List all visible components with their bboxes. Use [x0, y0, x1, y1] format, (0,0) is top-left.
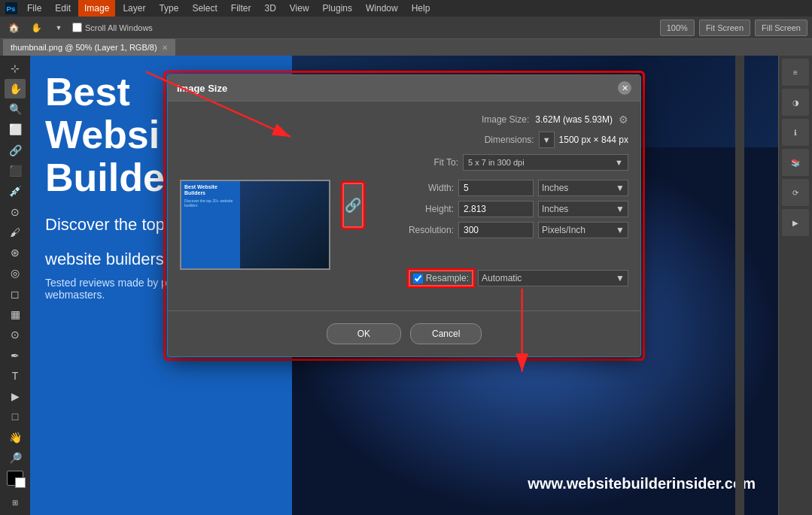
preview-blue-panel: Best Website Builders Discover the top 2…	[181, 181, 240, 268]
menu-3d[interactable]: 3D	[258, 0, 281, 17]
fields-panel: Width: Inches ▼	[370, 180, 628, 243]
zoom-tool[interactable]: 🔍	[5, 100, 26, 119]
height-input[interactable]	[458, 201, 534, 217]
chain-icon: 🔗	[345, 197, 361, 214]
dimensions-dropdown[interactable]: ▼	[539, 132, 555, 148]
properties-btn[interactable]: ℹ	[782, 119, 809, 146]
fit-to-value: 5 x 7 in 300 dpi	[468, 158, 525, 167]
image-size-row: Image Size: 3.62M (was 5.93M) ⚙	[180, 114, 628, 126]
preview-right-panel	[240, 181, 329, 268]
menu-help[interactable]: Help	[406, 0, 436, 17]
resample-checkbox[interactable]	[413, 274, 423, 283]
hand-tool[interactable]: ✋	[27, 19, 45, 37]
scroll-all-label: Scroll All Windows	[85, 23, 153, 32]
fit-to-select[interactable]: 5 x 7 in 300 dpi ▼	[463, 154, 628, 171]
fit-to-label: Fit To:	[383, 157, 458, 168]
expand-tool[interactable]: ⊞	[5, 493, 26, 512]
tool-dropdown[interactable]: ▼	[50, 19, 68, 37]
tab-label: thumbnail.png @ 50% (Layer 1, RGB/8)	[11, 43, 157, 52]
link-proportions-icon[interactable]: 🔗	[342, 183, 363, 228]
dimensions-label: Dimensions:	[459, 135, 534, 145]
dialog-overlay: Image Size ✕ Image Size: 3.62M (was 5.93…	[30, 56, 778, 515]
hand-tool2[interactable]: 👋	[5, 428, 26, 447]
home-icon[interactable]: 🏠	[5, 19, 23, 37]
brush-tool[interactable]: 🖌	[5, 223, 26, 241]
resample-arrow: ▼	[616, 273, 625, 283]
menu-filter[interactable]: Filter	[225, 0, 257, 17]
preview-image: Best Website Builders Discover the top 2…	[180, 180, 330, 270]
crop-tool[interactable]: ⬛	[5, 161, 26, 180]
width-unit-arrow: ▼	[616, 183, 625, 193]
width-input[interactable]	[458, 180, 534, 196]
menu-type[interactable]: Type	[153, 0, 184, 17]
ps-logo: Ps	[3, 0, 20, 17]
menu-file[interactable]: File	[21, 0, 47, 17]
foreground-color[interactable]	[7, 471, 23, 486]
resolution-row: Resolution: Pixels/Inch ▼	[370, 222, 628, 238]
right-panel: ≡ ◑ ℹ 📚 ⟳ ▶	[778, 56, 812, 515]
lasso-tool[interactable]: 🔗	[5, 141, 26, 159]
document-tab[interactable]: thumbnail.png @ 50% (Layer 1, RGB/8) ✕	[3, 39, 175, 56]
menu-view[interactable]: View	[284, 0, 315, 17]
adjustments-btn[interactable]: ◑	[782, 89, 809, 116]
ok-button[interactable]: OK	[327, 323, 401, 344]
fit-screen-btn[interactable]: Fit Screen	[699, 20, 750, 36]
resolution-unit-value: Pixels/Inch	[542, 225, 585, 235]
resample-row: Resample: Automatic ▼	[180, 270, 628, 286]
cancel-button[interactable]: Cancel	[410, 323, 482, 344]
eraser-tool[interactable]: ◻	[5, 284, 26, 303]
resolution-unit-arrow: ▼	[616, 225, 625, 235]
spot-heal-tool[interactable]: ⊙	[5, 202, 26, 221]
hand-tool-btn[interactable]: ✋	[5, 79, 26, 98]
zoom-tool2[interactable]: 🔎	[5, 448, 26, 467]
tab-bar: thumbnail.png @ 50% (Layer 1, RGB/8) ✕	[0, 39, 812, 56]
menu-image[interactable]: Image	[78, 0, 115, 17]
menu-select[interactable]: Select	[186, 0, 223, 17]
text-tool[interactable]: T	[5, 366, 26, 385]
width-unit-select[interactable]: Inches ▼	[538, 180, 628, 196]
gradient-tool[interactable]: ▦	[5, 304, 26, 323]
history-panel-btn[interactable]: ⟳	[782, 179, 809, 206]
scroll-all-checkbox[interactable]	[72, 23, 82, 32]
dialog-title: Image Size	[177, 83, 227, 94]
content-area: Best Website Builders Discover the top 2…	[180, 180, 628, 270]
tab-close-btn[interactable]: ✕	[162, 44, 168, 52]
libraries-btn[interactable]: 📚	[782, 149, 809, 176]
resample-label[interactable]: Resample:	[426, 273, 469, 283]
scroll-all-check[interactable]: Scroll All Windows	[72, 23, 153, 32]
dialog-header: Image Size ✕	[168, 75, 640, 101]
menu-window[interactable]: Window	[360, 0, 404, 17]
fields-with-link: 🔗 Width: Inches	[342, 180, 628, 270]
shape-tool[interactable]: □	[5, 407, 26, 426]
dodge-tool[interactable]: ⊙	[5, 326, 26, 344]
layers-panel-btn[interactable]: ≡	[782, 59, 809, 86]
resample-select[interactable]: Automatic ▼	[478, 270, 628, 286]
history-tool[interactable]: ◎	[5, 264, 26, 283]
menu-bar: Ps File Edit Image Layer Type Select Fil…	[0, 0, 812, 17]
eyedrop-tool[interactable]: 💉	[5, 182, 26, 201]
settings-icon[interactable]: ⚙	[619, 114, 628, 126]
zoom-value[interactable]: 100%	[660, 20, 695, 36]
dialog-close-btn[interactable]: ✕	[618, 81, 631, 95]
preview-title: Best Website Builders	[184, 184, 237, 197]
image-size-dialog: Image Size ✕ Image Size: 3.62M (was 5.93…	[167, 74, 641, 357]
clone-tool[interactable]: ⊛	[5, 244, 26, 262]
left-toolbar: ⊹ ✋ 🔍 ⬜ 🔗 ⬛ 💉 ⊙ 🖌 ⊛ ◎ ◻ ▦ ⊙ ✒ T ▶ □ 👋 🔎 …	[0, 56, 30, 515]
resample-checkbox-group: Resample:	[409, 270, 473, 286]
width-row: Width: Inches ▼	[370, 180, 628, 196]
height-unit-select[interactable]: Inches ▼	[538, 201, 628, 217]
menu-layer[interactable]: Layer	[117, 0, 151, 17]
pen-tool[interactable]: ✒	[5, 346, 26, 365]
menu-edit[interactable]: Edit	[49, 0, 77, 17]
rect-select-tool[interactable]: ⬜	[5, 120, 26, 139]
dimensions-row: Dimensions: ▼ 1500 px × 844 px	[180, 132, 628, 148]
main-toolbar: 🏠 ✋ ▼ Scroll All Windows 100% Fit Screen…	[0, 17, 812, 39]
path-select-tool[interactable]: ▶	[5, 387, 26, 406]
move-tool[interactable]: ⊹	[5, 59, 26, 77]
resolution-input[interactable]	[458, 222, 534, 238]
resolution-unit-select[interactable]: Pixels/Inch ▼	[538, 222, 628, 238]
fill-screen-btn[interactable]: Fill Screen	[755, 20, 807, 36]
actions-panel-btn[interactable]: ▶	[782, 209, 809, 236]
menu-plugins[interactable]: Plugins	[317, 0, 358, 17]
svg-text:Ps: Ps	[7, 5, 16, 13]
